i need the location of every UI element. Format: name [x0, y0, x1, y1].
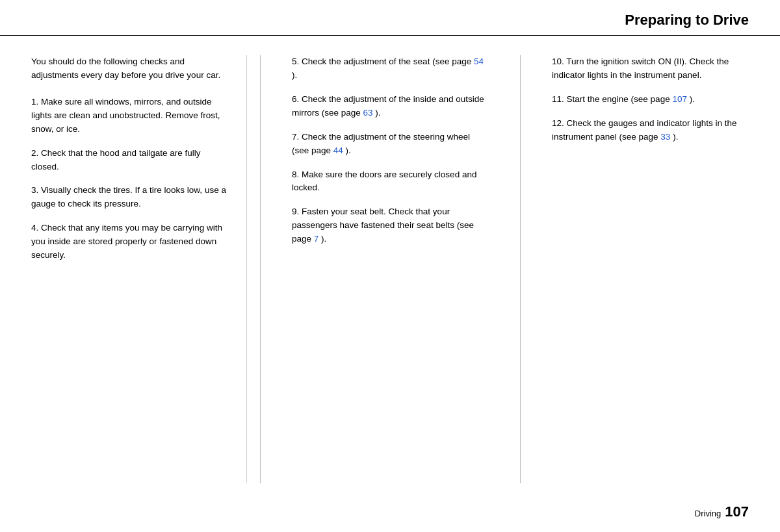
item-text-after: ).: [318, 234, 326, 244]
column-divider-1: [260, 55, 261, 483]
item-number: 12.: [552, 118, 567, 128]
item-text: Visually check the tires. If a tire look…: [31, 185, 226, 209]
list-item: 10. Turn the ignition switch ON (II). Ch…: [552, 55, 749, 82]
list-item: 6. Check the adjustment of the inside an…: [292, 93, 489, 120]
page-title: Preparing to Drive: [625, 12, 749, 29]
item-number: 3.: [31, 185, 41, 195]
intro-text: You should do the following checks and a…: [31, 55, 228, 82]
item-number: 4.: [31, 223, 41, 233]
list-item: 5. Check the adjustment of the seat (see…: [292, 55, 489, 82]
page-link[interactable]: 44: [333, 146, 343, 155]
list-item: 2. Check that the hood and tailgate are …: [31, 147, 228, 174]
item-number: 8.: [292, 170, 302, 179]
page-link[interactable]: 63: [363, 108, 373, 118]
item-number: 11.: [552, 94, 567, 104]
item-text: Make sure all windows, mirrors, and outs…: [31, 97, 220, 134]
list-item: 3. Visually check the tires. If a tire l…: [31, 184, 228, 211]
footer-section: Driving: [695, 509, 721, 518]
item-text: Turn the ignition switch ON (II). Check …: [552, 57, 729, 80]
list-item: 4. Check that any items you may be carry…: [31, 222, 228, 262]
column-1: You should do the following checks and a…: [31, 55, 247, 483]
item-text-before: Check the adjustment of the seat (see pa…: [302, 57, 474, 66]
item-number: 5.: [292, 57, 302, 66]
page-link[interactable]: 107: [672, 94, 687, 104]
item-text-after: ).: [373, 108, 381, 118]
page-link[interactable]: 54: [474, 57, 484, 66]
item-number: 6.: [292, 94, 302, 104]
page-header: Preparing to Drive: [0, 0, 780, 36]
page-container: Preparing to Drive You should do the fol…: [0, 0, 780, 532]
list-item: 8. Make sure the doors are securely clos…: [292, 168, 489, 196]
footer-page-number: 107: [725, 503, 749, 520]
item-number: 2.: [31, 148, 41, 158]
item-number: 9.: [292, 207, 302, 216]
column-divider-2: [520, 55, 521, 483]
column-3: 10. Turn the ignition switch ON (II). Ch…: [534, 55, 749, 483]
item-text-before: Check the gauges and indicator lights in…: [552, 118, 736, 142]
content-area: You should do the following checks and a…: [0, 36, 780, 503]
item-number: 10.: [552, 57, 566, 66]
page-link[interactable]: 33: [660, 132, 670, 142]
item-text-before: Check the adjustment of the steering whe…: [292, 132, 470, 155]
item-text-after: ).: [292, 70, 297, 80]
list-item: 12. Check the gauges and indicator light…: [552, 117, 749, 144]
item-text-before: Check the adjustment of the inside and o…: [292, 94, 484, 118]
list-item: 11. Start the engine (see page 107 ).: [552, 93, 749, 107]
item-text: Check that any items you may be carrying…: [31, 223, 222, 260]
list-item: 7. Check the adjustment of the steering …: [292, 131, 489, 158]
page-footer: Driving 107: [695, 503, 749, 520]
item-text: Make sure the doors are securely closed …: [292, 170, 476, 193]
item-text-before: Start the engine (see page: [567, 94, 673, 104]
item-text-after: ).: [670, 132, 678, 142]
item-text-after: ).: [687, 94, 695, 104]
list-item: 9. Fasten your seat belt. Check that you…: [292, 205, 489, 246]
item-text-after: ).: [343, 146, 351, 155]
item-number: 7.: [292, 132, 302, 142]
item-number: 1.: [31, 97, 41, 107]
column-2: 5. Check the adjustment of the seat (see…: [274, 55, 507, 483]
list-item: 1. Make sure all windows, mirrors, and o…: [31, 95, 228, 136]
item-text: Check that the hood and tailgate are ful…: [31, 148, 200, 171]
